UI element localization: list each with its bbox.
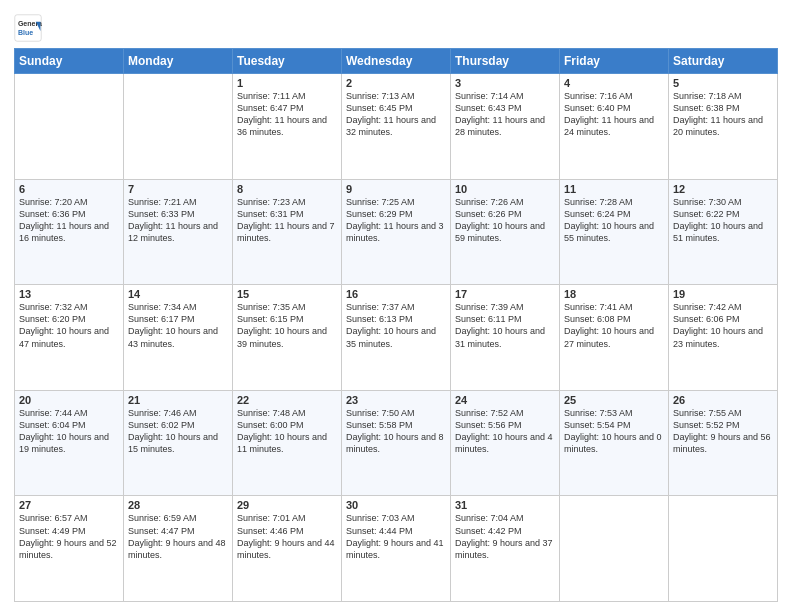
day-number: 27	[19, 499, 119, 511]
calendar-cell: 24Sunrise: 7:52 AM Sunset: 5:56 PM Dayli…	[451, 390, 560, 496]
calendar-cell: 10Sunrise: 7:26 AM Sunset: 6:26 PM Dayli…	[451, 179, 560, 285]
calendar-cell	[15, 74, 124, 180]
calendar-cell: 12Sunrise: 7:30 AM Sunset: 6:22 PM Dayli…	[669, 179, 778, 285]
cell-info: Sunrise: 7:35 AM Sunset: 6:15 PM Dayligh…	[237, 301, 337, 350]
calendar-cell: 30Sunrise: 7:03 AM Sunset: 4:44 PM Dayli…	[342, 496, 451, 602]
cell-info: Sunrise: 7:16 AM Sunset: 6:40 PM Dayligh…	[564, 90, 664, 139]
cell-info: Sunrise: 7:25 AM Sunset: 6:29 PM Dayligh…	[346, 196, 446, 245]
cell-info: Sunrise: 7:39 AM Sunset: 6:11 PM Dayligh…	[455, 301, 555, 350]
week-row-4: 27Sunrise: 6:57 AM Sunset: 4:49 PM Dayli…	[15, 496, 778, 602]
day-number: 7	[128, 183, 228, 195]
calendar-cell: 26Sunrise: 7:55 AM Sunset: 5:52 PM Dayli…	[669, 390, 778, 496]
day-number: 31	[455, 499, 555, 511]
cell-info: Sunrise: 7:32 AM Sunset: 6:20 PM Dayligh…	[19, 301, 119, 350]
calendar-cell: 28Sunrise: 6:59 AM Sunset: 4:47 PM Dayli…	[124, 496, 233, 602]
week-row-3: 20Sunrise: 7:44 AM Sunset: 6:04 PM Dayli…	[15, 390, 778, 496]
day-number: 20	[19, 394, 119, 406]
calendar-cell: 22Sunrise: 7:48 AM Sunset: 6:00 PM Dayli…	[233, 390, 342, 496]
header: General Blue	[14, 10, 778, 42]
day-number: 1	[237, 77, 337, 89]
day-number: 18	[564, 288, 664, 300]
day-number: 22	[237, 394, 337, 406]
calendar-cell: 3Sunrise: 7:14 AM Sunset: 6:43 PM Daylig…	[451, 74, 560, 180]
day-number: 3	[455, 77, 555, 89]
cell-info: Sunrise: 7:26 AM Sunset: 6:26 PM Dayligh…	[455, 196, 555, 245]
day-number: 4	[564, 77, 664, 89]
calendar-cell	[560, 496, 669, 602]
calendar-cell: 8Sunrise: 7:23 AM Sunset: 6:31 PM Daylig…	[233, 179, 342, 285]
day-number: 8	[237, 183, 337, 195]
cell-info: Sunrise: 7:20 AM Sunset: 6:36 PM Dayligh…	[19, 196, 119, 245]
day-number: 10	[455, 183, 555, 195]
svg-text:Blue: Blue	[18, 29, 33, 36]
cell-info: Sunrise: 7:48 AM Sunset: 6:00 PM Dayligh…	[237, 407, 337, 456]
day-number: 30	[346, 499, 446, 511]
calendar-cell: 19Sunrise: 7:42 AM Sunset: 6:06 PM Dayli…	[669, 285, 778, 391]
day-number: 29	[237, 499, 337, 511]
calendar-cell: 2Sunrise: 7:13 AM Sunset: 6:45 PM Daylig…	[342, 74, 451, 180]
week-row-1: 6Sunrise: 7:20 AM Sunset: 6:36 PM Daylig…	[15, 179, 778, 285]
weekday-header-friday: Friday	[560, 49, 669, 74]
calendar-cell: 20Sunrise: 7:44 AM Sunset: 6:04 PM Dayli…	[15, 390, 124, 496]
cell-info: Sunrise: 7:23 AM Sunset: 6:31 PM Dayligh…	[237, 196, 337, 245]
cell-info: Sunrise: 7:03 AM Sunset: 4:44 PM Dayligh…	[346, 512, 446, 561]
calendar-cell: 14Sunrise: 7:34 AM Sunset: 6:17 PM Dayli…	[124, 285, 233, 391]
cell-info: Sunrise: 7:53 AM Sunset: 5:54 PM Dayligh…	[564, 407, 664, 456]
calendar-cell: 17Sunrise: 7:39 AM Sunset: 6:11 PM Dayli…	[451, 285, 560, 391]
day-number: 19	[673, 288, 773, 300]
cell-info: Sunrise: 7:37 AM Sunset: 6:13 PM Dayligh…	[346, 301, 446, 350]
cell-info: Sunrise: 7:44 AM Sunset: 6:04 PM Dayligh…	[19, 407, 119, 456]
weekday-header-sunday: Sunday	[15, 49, 124, 74]
cell-info: Sunrise: 6:57 AM Sunset: 4:49 PM Dayligh…	[19, 512, 119, 561]
cell-info: Sunrise: 7:28 AM Sunset: 6:24 PM Dayligh…	[564, 196, 664, 245]
day-number: 28	[128, 499, 228, 511]
cell-info: Sunrise: 7:55 AM Sunset: 5:52 PM Dayligh…	[673, 407, 773, 456]
calendar-cell: 27Sunrise: 6:57 AM Sunset: 4:49 PM Dayli…	[15, 496, 124, 602]
cell-info: Sunrise: 7:46 AM Sunset: 6:02 PM Dayligh…	[128, 407, 228, 456]
calendar-cell: 15Sunrise: 7:35 AM Sunset: 6:15 PM Dayli…	[233, 285, 342, 391]
logo-icon: General Blue	[14, 14, 42, 42]
weekday-header-thursday: Thursday	[451, 49, 560, 74]
cell-info: Sunrise: 7:04 AM Sunset: 4:42 PM Dayligh…	[455, 512, 555, 561]
day-number: 17	[455, 288, 555, 300]
weekday-header-saturday: Saturday	[669, 49, 778, 74]
day-number: 5	[673, 77, 773, 89]
day-number: 14	[128, 288, 228, 300]
day-number: 2	[346, 77, 446, 89]
calendar-cell: 18Sunrise: 7:41 AM Sunset: 6:08 PM Dayli…	[560, 285, 669, 391]
cell-info: Sunrise: 6:59 AM Sunset: 4:47 PM Dayligh…	[128, 512, 228, 561]
cell-info: Sunrise: 7:52 AM Sunset: 5:56 PM Dayligh…	[455, 407, 555, 456]
week-row-0: 1Sunrise: 7:11 AM Sunset: 6:47 PM Daylig…	[15, 74, 778, 180]
day-number: 24	[455, 394, 555, 406]
cell-info: Sunrise: 7:18 AM Sunset: 6:38 PM Dayligh…	[673, 90, 773, 139]
weekday-header-monday: Monday	[124, 49, 233, 74]
page: General Blue SundayMondayTuesdayWednesda…	[0, 0, 792, 612]
calendar-cell: 1Sunrise: 7:11 AM Sunset: 6:47 PM Daylig…	[233, 74, 342, 180]
cell-info: Sunrise: 7:11 AM Sunset: 6:47 PM Dayligh…	[237, 90, 337, 139]
calendar-table: SundayMondayTuesdayWednesdayThursdayFrid…	[14, 48, 778, 602]
day-number: 26	[673, 394, 773, 406]
day-number: 15	[237, 288, 337, 300]
day-number: 12	[673, 183, 773, 195]
cell-info: Sunrise: 7:21 AM Sunset: 6:33 PM Dayligh…	[128, 196, 228, 245]
cell-info: Sunrise: 7:01 AM Sunset: 4:46 PM Dayligh…	[237, 512, 337, 561]
day-number: 16	[346, 288, 446, 300]
weekday-header-row: SundayMondayTuesdayWednesdayThursdayFrid…	[15, 49, 778, 74]
day-number: 9	[346, 183, 446, 195]
cell-info: Sunrise: 7:50 AM Sunset: 5:58 PM Dayligh…	[346, 407, 446, 456]
day-number: 6	[19, 183, 119, 195]
day-number: 13	[19, 288, 119, 300]
cell-info: Sunrise: 7:30 AM Sunset: 6:22 PM Dayligh…	[673, 196, 773, 245]
cell-info: Sunrise: 7:41 AM Sunset: 6:08 PM Dayligh…	[564, 301, 664, 350]
day-number: 21	[128, 394, 228, 406]
calendar-cell: 31Sunrise: 7:04 AM Sunset: 4:42 PM Dayli…	[451, 496, 560, 602]
cell-info: Sunrise: 7:14 AM Sunset: 6:43 PM Dayligh…	[455, 90, 555, 139]
calendar-cell: 29Sunrise: 7:01 AM Sunset: 4:46 PM Dayli…	[233, 496, 342, 602]
logo: General Blue	[14, 14, 42, 42]
calendar-cell	[669, 496, 778, 602]
week-row-2: 13Sunrise: 7:32 AM Sunset: 6:20 PM Dayli…	[15, 285, 778, 391]
calendar-cell: 7Sunrise: 7:21 AM Sunset: 6:33 PM Daylig…	[124, 179, 233, 285]
day-number: 25	[564, 394, 664, 406]
calendar-cell: 23Sunrise: 7:50 AM Sunset: 5:58 PM Dayli…	[342, 390, 451, 496]
weekday-header-tuesday: Tuesday	[233, 49, 342, 74]
